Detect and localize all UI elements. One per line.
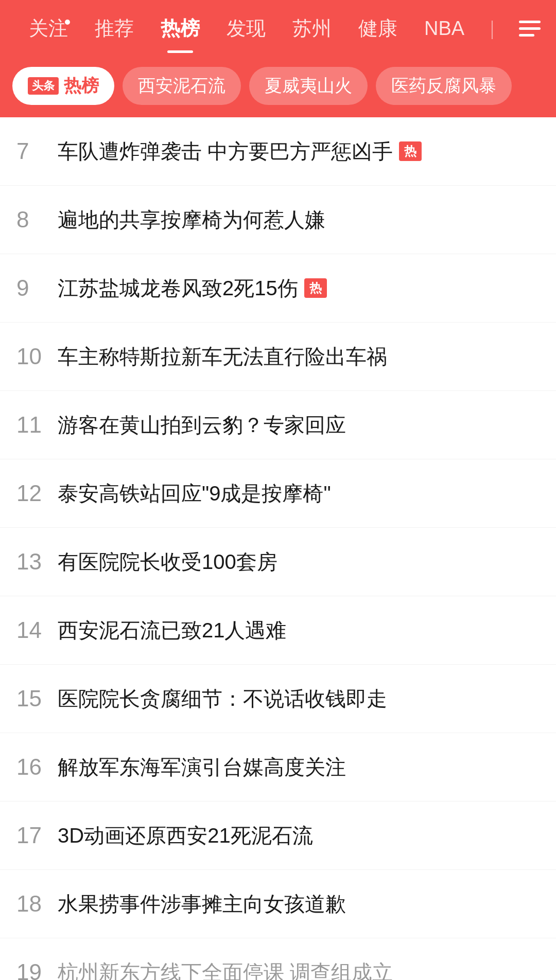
list-item[interactable]: 11游客在黄山拍到云豹？专家回应 (0, 391, 556, 459)
item-title: 3D动画还原西安21死泥石流 (58, 821, 540, 850)
subtab-hawaii[interactable]: 夏威夷山火 (249, 67, 368, 105)
list-item[interactable]: 9江苏盐城龙卷风致2死15伤热 (0, 254, 556, 323)
item-rank: 10 (16, 344, 58, 369)
item-title: 车主称特斯拉新车无法直行险出车祸 (58, 342, 540, 371)
hot-badge: 热 (304, 278, 327, 298)
item-title: 杭州新东方线下全面停课 调查组成立 (58, 958, 540, 980)
item-rank: 8 (16, 207, 58, 233)
item-rank: 15 (16, 686, 58, 711)
subtab-xian[interactable]: 西安泥石流 (123, 67, 241, 105)
menu-button[interactable] (519, 21, 541, 37)
list-item[interactable]: 8遍地的共享按摩椅为何惹人嫌 (0, 186, 556, 254)
item-rank: 11 (16, 412, 58, 438)
item-title: 泰安高铁站回应"9成是按摩椅" (58, 479, 540, 508)
item-rank: 9 (16, 275, 58, 301)
list-item[interactable]: 173D动画还原西安21死泥石流 (0, 801, 556, 870)
nav-suzhou[interactable]: 苏州 (279, 15, 345, 42)
item-title: 遍地的共享按摩椅为何惹人嫌 (58, 205, 540, 234)
follow-dot (64, 19, 71, 26)
item-title: 医院院长贪腐细节：不说话收钱即走 (58, 684, 540, 713)
list-item[interactable]: 15医院院长贪腐细节：不说话收钱即走 (0, 665, 556, 733)
list-item[interactable]: 13有医院院长收受100套房 (0, 528, 556, 596)
item-title: 游客在黄山拍到云豹？专家回应 (58, 411, 540, 439)
item-title: 有医院院长收受100套房 (58, 547, 540, 576)
item-rank: 18 (16, 891, 58, 917)
toutiao-logo: 头条 (28, 77, 59, 95)
nav-recommend[interactable]: 推荐 (81, 15, 147, 42)
item-title: 水果捞事件涉事摊主向女孩道歉 (58, 889, 540, 918)
nav-follow[interactable]: 关注 (15, 15, 81, 42)
subtab-toutiao[interactable]: 头条 热榜 (12, 67, 114, 105)
item-title: 西安泥石流已致21人遇难 (58, 616, 540, 645)
list-item[interactable]: 16解放军东海军演引台媒高度关注 (0, 733, 556, 801)
list-item[interactable]: 18水果捞事件涉事摊主向女孩道歉 (0, 870, 556, 938)
nav-nba[interactable]: NBA (411, 17, 478, 40)
item-title: 车队遭炸弹袭击 中方要巴方严惩凶手热 (58, 137, 540, 166)
sub-tabs-bar: 头条 热榜 西安泥石流 夏威夷山火 医药反腐风暴 (0, 57, 556, 117)
hot-badge: 热 (399, 141, 422, 161)
item-title: 解放军东海军演引台媒高度关注 (58, 753, 540, 781)
subtab-pharma[interactable]: 医药反腐风暴 (376, 67, 512, 105)
item-rank: 7 (16, 138, 58, 164)
item-rank: 12 (16, 480, 58, 506)
item-title: 江苏盐城龙卷风致2死15伤热 (58, 274, 540, 302)
item-rank: 19 (16, 959, 58, 980)
nav-divider: ｜ (478, 16, 506, 41)
list-item[interactable]: 19杭州新东方线下全面停课 调查组成立 (0, 938, 556, 980)
item-rank: 14 (16, 617, 58, 643)
item-rank: 16 (16, 754, 58, 780)
nav-discover[interactable]: 发现 (213, 15, 279, 42)
list-item[interactable]: 10车主称特斯拉新车无法直行险出车祸 (0, 323, 556, 391)
top-navigation: 关注 推荐 热榜 发现 苏州 健康 NBA ｜ (0, 0, 556, 57)
list-item[interactable]: 14西安泥石流已致21人遇难 (0, 596, 556, 665)
list-item[interactable]: 12泰安高铁站回应"9成是按摩椅" (0, 459, 556, 528)
nav-health[interactable]: 健康 (345, 15, 411, 42)
list-item[interactable]: 7车队遭炸弹袭击 中方要巴方严惩凶手热 (0, 117, 556, 186)
hot-list: 7车队遭炸弹袭击 中方要巴方严惩凶手热8遍地的共享按摩椅为何惹人嫌9江苏盐城龙卷… (0, 117, 556, 980)
item-rank: 13 (16, 549, 58, 575)
item-rank: 17 (16, 823, 58, 848)
nav-hot[interactable]: 热榜 (147, 15, 213, 42)
